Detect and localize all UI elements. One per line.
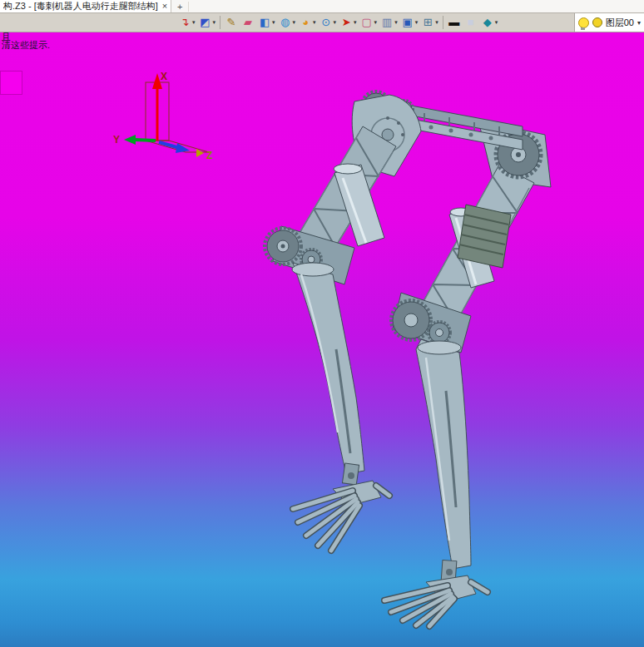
view-style-icon: ◩ [199, 16, 212, 29]
right-shin-collar [418, 341, 461, 354]
dropdown-arrow-icon[interactable]: ▾ [354, 19, 357, 26]
viewport-corner-flag[interactable] [0, 71, 22, 95]
pen-icon: ✎ [225, 16, 238, 29]
app-window: 构.Z3 - [毒刺机器人电动行走腿部结构] × + ↴▾◩▾✎▰◧▾◍▾◕▾⊙… [0, 0, 644, 647]
render-pie-icon[interactable]: ◕▾ [298, 14, 317, 31]
hint-line-2: 清这些提示. [2, 41, 50, 49]
dropdown-arrow-icon[interactable]: ▾ [272, 19, 275, 26]
frame-icon[interactable]: ▢▾ [359, 14, 379, 31]
viewport[interactable]: X Y Z [0, 32, 644, 647]
line-width-icon[interactable]: ▬ [447, 14, 462, 31]
lightbulb-icon[interactable] [578, 17, 589, 28]
section-icon[interactable]: ▥▾ [379, 14, 399, 31]
zoom-icon[interactable]: ⊙▾ [319, 14, 338, 31]
layer-select-label[interactable]: 图层00 [606, 17, 634, 29]
toolbar: ↴▾◩▾✎▰◧▾◍▾◕▾⊙▾➤▾▢▾▥▾▣▾⊞▾▬■◆▾ 图层00 ▾ [0, 13, 644, 32]
z-axis-label: Z [206, 150, 212, 161]
x-axis-label: X [161, 71, 167, 82]
left-knee-gear-axle [281, 244, 285, 249]
right-ankle-pin [446, 569, 453, 575]
zoom-icon: ⊙ [320, 16, 333, 29]
tab-bar: 构.Z3 - [毒刺机器人电动行走腿部结构] × + [0, 0, 644, 13]
chevron-down-icon[interactable]: ▾ [637, 19, 641, 27]
document-tab[interactable]: 构.Z3 - [毒刺机器人电动行走腿部结构] × [0, 0, 171, 12]
viewport-canvas[interactable]: X Y Z [0, 32, 644, 647]
right-knee-pinion-hub [436, 329, 443, 337]
new-tab-button[interactable]: + [171, 2, 189, 12]
hint-text: 且 清这些提示. [2, 32, 50, 49]
fly-arrow-icon: ➤ [339, 16, 353, 29]
triad[interactable]: X Y Z [113, 71, 212, 161]
layer-panel: 图层00 ▾ [574, 13, 644, 32]
y-axis-label: Y [113, 134, 120, 146]
view-style-icon[interactable]: ◩▾ [198, 14, 217, 31]
import-icon: ↴ [178, 16, 191, 29]
display-icon: ▣ [401, 16, 414, 29]
material-cube-icon[interactable]: ◆▾ [480, 14, 499, 31]
shade-cube-icon[interactable]: ◧▾ [257, 14, 276, 31]
shade-cube-icon: ◧ [258, 16, 271, 29]
right-leg[interactable] [384, 121, 551, 626]
fly-arrow-icon[interactable]: ➤▾ [339, 14, 358, 31]
swatch-icon: ■ [464, 16, 478, 29]
wireframe-icon[interactable]: ◍▾ [278, 14, 297, 31]
left-shin[interactable] [293, 263, 364, 474]
brush-icon[interactable]: ▰ [240, 14, 255, 31]
tab-title: 构.Z3 - [毒刺机器人电动行走腿部结构] [3, 0, 158, 12]
toolbar-separator [443, 16, 443, 29]
left-shin-collar [292, 263, 334, 276]
section-icon: ▥ [380, 16, 394, 29]
dropdown-arrow-icon[interactable]: ▾ [394, 19, 398, 26]
target-icon: ⊞ [421, 16, 434, 29]
swatch-icon[interactable]: ■ [463, 14, 478, 31]
material-cube-icon: ◆ [481, 16, 494, 29]
display-icon[interactable]: ▣▾ [400, 14, 419, 31]
import-icon[interactable]: ↴▾ [177, 14, 196, 31]
line-width-icon: ▬ [448, 16, 461, 29]
brush-icon: ▰ [241, 16, 255, 29]
toolbar-icons: ↴▾◩▾✎▰◧▾◍▾◕▾⊙▾➤▾▢▾▥▾▣▾⊞▾▬■◆▾ [176, 14, 499, 31]
dropdown-arrow-icon[interactable]: ▾ [495, 19, 498, 26]
layer-color-icon[interactable] [592, 17, 602, 27]
left-knee-pinion-hub [308, 256, 315, 263]
frame-icon: ▢ [360, 16, 374, 29]
dropdown-arrow-icon[interactable]: ▾ [415, 19, 419, 26]
left-cylinder-cap [334, 164, 362, 174]
target-icon[interactable]: ⊞▾ [420, 14, 439, 31]
dropdown-arrow-icon[interactable]: ▾ [192, 19, 196, 26]
tab-close-icon[interactable]: × [162, 2, 167, 11]
right-hip-gear-axle [516, 152, 521, 157]
wireframe-icon: ◍ [279, 16, 292, 29]
dropdown-arrow-icon[interactable]: ▾ [374, 19, 378, 26]
robot-model[interactable] [265, 91, 551, 626]
pen-icon[interactable]: ✎ [224, 14, 239, 31]
right-knee-gear-hub [404, 314, 418, 327]
y-axis-arrowhead [124, 135, 136, 145]
toolbar-spacer [0, 13, 176, 32]
left-ankle-pin [348, 472, 354, 479]
toolbar-separator [220, 16, 220, 29]
dropdown-arrow-icon[interactable]: ▾ [213, 19, 216, 26]
dropdown-arrow-icon[interactable]: ▾ [334, 19, 337, 26]
dropdown-arrow-icon[interactable]: ▾ [435, 19, 438, 26]
right-shin[interactable] [416, 339, 471, 569]
left-leg[interactable] [265, 126, 396, 551]
dropdown-arrow-icon[interactable]: ▾ [313, 19, 316, 26]
render-pie-icon: ◕ [299, 16, 312, 29]
y-axis [135, 140, 156, 141]
dropdown-arrow-icon[interactable]: ▾ [293, 19, 296, 26]
